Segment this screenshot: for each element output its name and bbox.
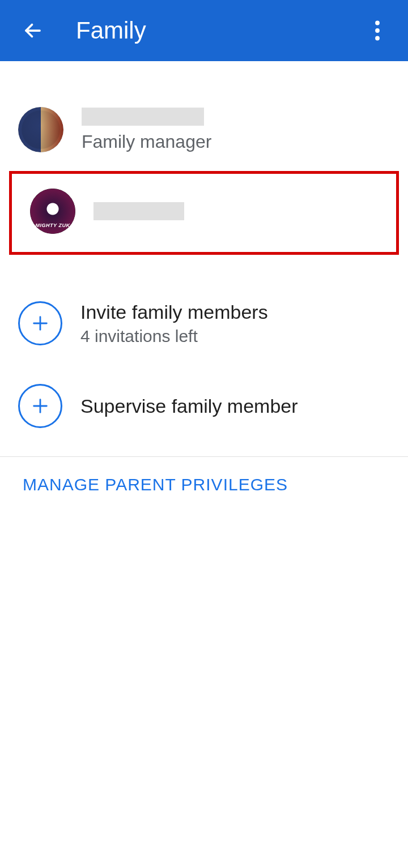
svg-point-1 bbox=[375, 21, 380, 25]
member-name-redacted bbox=[82, 108, 204, 126]
supervise-family-member[interactable]: Supervise family member bbox=[0, 365, 408, 447]
svg-point-3 bbox=[375, 36, 380, 41]
content: Family manager MIGHTY ZUK Invite family … bbox=[0, 61, 408, 512]
highlighted-member-box: MIGHTY ZUK bbox=[9, 171, 399, 255]
arrow-back-icon bbox=[23, 20, 43, 41]
action-text: Supervise family member bbox=[80, 395, 298, 417]
member-text: Family manager bbox=[82, 108, 211, 152]
add-circle-icon bbox=[18, 384, 62, 428]
member-name-redacted bbox=[94, 202, 184, 220]
app-bar: Family bbox=[0, 0, 408, 61]
back-button[interactable] bbox=[17, 15, 49, 46]
add-circle-icon bbox=[18, 301, 62, 345]
plus-icon bbox=[31, 314, 50, 333]
page-title: Family bbox=[76, 17, 364, 44]
svg-point-2 bbox=[375, 28, 380, 33]
family-member-item[interactable]: MIGHTY ZUK bbox=[21, 179, 387, 243]
action-subtitle: 4 invitations left bbox=[80, 327, 268, 346]
avatar bbox=[18, 107, 63, 152]
member-role: Family manager bbox=[82, 131, 211, 152]
avatar-label: MIGHTY ZUK bbox=[30, 223, 75, 228]
family-member-manager[interactable]: Family manager bbox=[0, 88, 408, 171]
action-title: Supervise family member bbox=[80, 395, 298, 417]
manage-parent-privileges[interactable]: MANAGE PARENT PRIVILEGES bbox=[0, 457, 408, 512]
member-text bbox=[94, 202, 184, 220]
avatar: MIGHTY ZUK bbox=[30, 189, 75, 234]
overflow-menu-button[interactable] bbox=[364, 17, 391, 44]
invite-family-members[interactable]: Invite family members 4 invitations left bbox=[0, 282, 408, 365]
action-title: Invite family members bbox=[80, 301, 268, 323]
more-vert-icon bbox=[375, 20, 380, 41]
action-text: Invite family members 4 invitations left bbox=[80, 301, 268, 346]
plus-icon bbox=[31, 396, 50, 416]
